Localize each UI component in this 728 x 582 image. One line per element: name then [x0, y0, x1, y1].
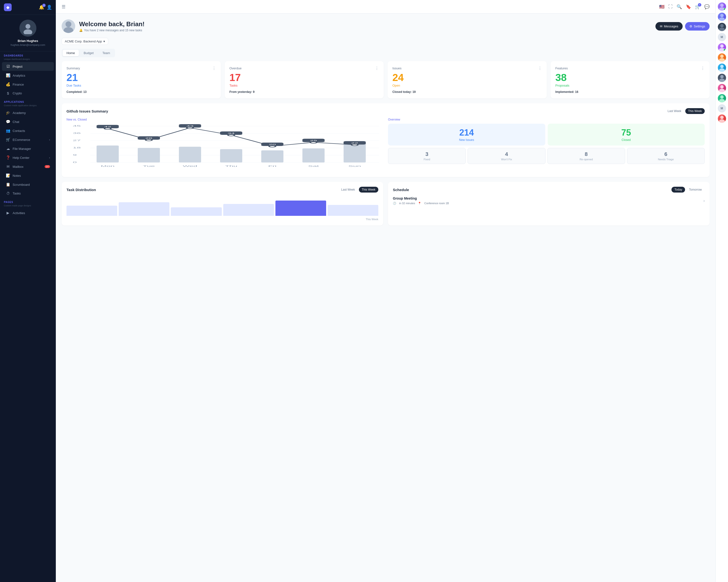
schedule-arrow[interactable]: › — [703, 199, 705, 203]
settings-button[interactable]: ⚙ Settings — [685, 22, 709, 31]
notification-icon[interactable]: 🔔 3 — [39, 5, 44, 10]
schedule-card: Schedule Today Tomorrow Group Meeting 🕐 … — [388, 182, 709, 225]
issues-label: Open — [392, 84, 542, 87]
main-area: ☰ 🇺🇸 ⛶ 🔍 🔖 🛒 5 💬 — [56, 0, 716, 582]
svg-text:28: 28 — [145, 137, 152, 139]
sidebar: ◆ 🔔 3 👤 Brian Hughes hughes.brian@compan… — [0, 0, 56, 582]
avatar-2[interactable] — [718, 12, 726, 21]
svg-point-70 — [719, 119, 725, 123]
app-logo[interactable]: ◆ — [4, 3, 11, 11]
svg-text:18: 18 — [73, 146, 81, 149]
task-dist-week-label: This Week — [67, 218, 378, 221]
schedule-time-icon: 🕐 — [393, 202, 396, 205]
wontfix-label: Won't Fix — [471, 158, 542, 161]
sidebar-item-scrumboard[interactable]: 📋 Scrumboard — [2, 180, 54, 189]
avatar-12[interactable] — [718, 114, 726, 123]
stat-wontfix: 4 Won't Fix — [468, 148, 545, 164]
sidebar-item-chat[interactable]: 💬 Chat — [2, 117, 54, 126]
github-header: Github Issues Summary Last Week This Wee… — [67, 108, 705, 114]
sidebar-item-crypto[interactable]: $ Crypto — [2, 89, 54, 98]
github-grid: New vs. Closed 45 36 27 18 9 0 — [67, 118, 705, 172]
search-icon[interactable]: 🔍 — [677, 4, 682, 9]
sidebar-item-tasks[interactable]: ⏱ Tasks — [2, 189, 54, 198]
tab-team[interactable]: Team — [99, 50, 114, 56]
sidebar-item-analytics[interactable]: 📊 Analytics — [2, 71, 54, 80]
svg-point-63 — [720, 75, 724, 78]
avatar-11[interactable]: M — [718, 104, 726, 113]
topbar-right: 🇺🇸 ⛶ 🔍 🔖 🛒 5 💬 — [659, 4, 709, 9]
line-bar-chart: 45 36 27 18 9 0 — [67, 124, 383, 172]
summary-card-menu[interactable]: ⋮ — [212, 66, 216, 71]
sidebar-item-notes[interactable]: 📝 Notes — [2, 171, 54, 180]
avatar-10[interactable] — [718, 94, 726, 102]
svg-text:Mon: Mon — [101, 165, 114, 167]
sidebar-item-ecommerce[interactable]: 🛒 ECommerce › — [2, 135, 54, 144]
schedule-toggle: Today Tomorrow — [672, 187, 705, 193]
triage-label: Needs Triage — [630, 158, 702, 161]
avatar-1[interactable] — [718, 2, 726, 11]
finance-icon: 💰 — [6, 82, 10, 87]
hamburger-menu[interactable]: ☰ — [62, 4, 66, 9]
avatar-4[interactable]: M — [718, 33, 726, 41]
github-lastweek-btn[interactable]: Last Week — [665, 108, 684, 114]
avatar-7[interactable] — [718, 63, 726, 72]
right-avatar-strip: M M — [716, 0, 728, 582]
welcome-text: Welcome back, Brian! 🔔 You have 2 new me… — [79, 20, 145, 32]
welcome-left: Welcome back, Brian! 🔔 You have 2 new me… — [62, 20, 145, 33]
sidebar-item-project[interactable]: ☑ Project — [2, 62, 54, 71]
tab-budget[interactable]: Budget — [80, 50, 98, 56]
svg-point-57 — [720, 45, 724, 48]
chart-subtitle: New vs. Closed — [67, 118, 383, 121]
sidebar-item-academy[interactable]: 🎓 Academy — [2, 108, 54, 117]
issues-card-title: Issues — [392, 66, 401, 70]
overdue-card-menu[interactable]: ⋮ — [375, 66, 379, 71]
overdue-footer: From yesterday: 9 — [230, 90, 379, 93]
fullscreen-icon[interactable]: ⛶ — [668, 4, 673, 9]
avatar-8[interactable] — [718, 74, 726, 82]
svg-text:0: 0 — [73, 161, 77, 163]
svg-point-61 — [720, 65, 724, 68]
messages-icon[interactable]: 💬 — [704, 4, 709, 9]
messages-button[interactable]: ✉ Messages — [655, 22, 683, 31]
fixed-label: Fixed — [391, 158, 463, 161]
features-card-menu[interactable]: ⋮ — [701, 66, 705, 71]
sidebar-item-helpcenter[interactable]: ❓ Help Center › — [2, 153, 54, 162]
issues-card-menu[interactable]: ⋮ — [538, 66, 542, 71]
sidebar-item-activities[interactable]: ▶ Activities — [2, 209, 54, 217]
schedule-header: Schedule Today Tomorrow — [393, 187, 705, 193]
svg-point-67 — [720, 95, 724, 99]
stat-fixed: 3 Fixed — [388, 148, 466, 164]
overdue-label: Tasks — [230, 84, 379, 87]
notification-badge: 3 — [42, 4, 46, 7]
bookmark-icon[interactable]: 🔖 — [686, 4, 691, 9]
task-thisweek-btn[interactable]: This Week — [359, 187, 378, 193]
avatar-9[interactable] — [718, 84, 726, 92]
avatar-3[interactable] — [718, 23, 726, 31]
academy-icon: 🎓 — [6, 111, 10, 115]
sidebar-item-finance[interactable]: 💰 Finance — [2, 80, 54, 89]
svg-text:45: 45 — [73, 124, 81, 127]
overview-small-stats: 3 Fixed 4 Won't Fix 8 Re-opened 6 — [388, 148, 705, 164]
sidebar-item-contacts[interactable]: 👥 Contacts — [2, 126, 54, 135]
fixed-num: 3 — [391, 151, 463, 157]
app-selector[interactable]: ACME Corp. Backend App ▾ — [62, 38, 108, 45]
issues-footer: Closed today: 19 — [392, 90, 542, 93]
sidebar-item-mailbox[interactable]: ✉ Mailbox 27 — [2, 162, 54, 171]
schedule-tomorrow-btn[interactable]: Tomorrow — [686, 187, 705, 193]
avatar-6[interactable] — [718, 53, 726, 62]
cart-icon[interactable]: 🛒 5 — [695, 4, 700, 9]
task-dist-title: Task Distribution — [67, 188, 96, 192]
dashboards-section: DASHBOARDS Unique dashboard designs ☑ Pr… — [0, 51, 56, 98]
github-thisweek-btn[interactable]: This Week — [685, 108, 705, 114]
overdue-card-title: Overdue — [230, 66, 242, 70]
flag-icon[interactable]: 🇺🇸 — [659, 4, 665, 9]
svg-text:Fri: Fri — [268, 165, 277, 167]
avatar-5[interactable] — [718, 43, 726, 51]
profile-icon[interactable]: 👤 — [47, 5, 52, 10]
schedule-today-btn[interactable]: Today — [672, 187, 685, 193]
sidebar-item-filemanager[interactable]: ☁ File Manager — [2, 144, 54, 153]
svg-rect-17 — [138, 148, 160, 163]
task-lastweek-btn[interactable]: Last Week — [338, 187, 358, 193]
svg-text:27: 27 — [73, 139, 81, 142]
tab-home[interactable]: Home — [62, 50, 79, 56]
